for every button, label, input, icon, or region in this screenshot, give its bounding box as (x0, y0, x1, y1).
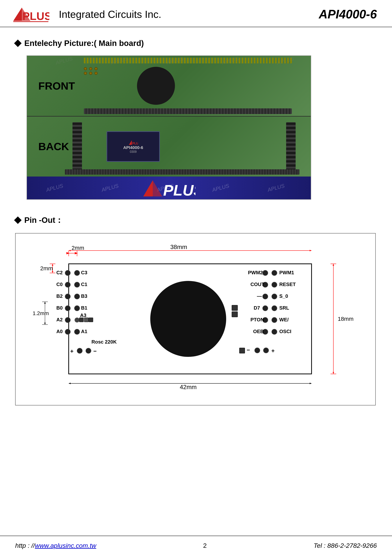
svg-text:C2: C2 (56, 270, 63, 275)
svg-point-92 (272, 317, 277, 323)
svg-text:B1: B1 (81, 305, 87, 311)
svg-text:C0: C0 (56, 281, 63, 287)
aplus-logo-svg: PLUS (11, 6, 49, 23)
svg-text:2mm: 2mm (72, 245, 84, 251)
svg-text:Rosc 220K: Rosc 220K (91, 339, 117, 345)
svg-text:1.2mm: 1.2mm (33, 310, 49, 316)
svg-text:OEB: OEB (253, 329, 264, 334)
svg-point-82 (272, 294, 277, 299)
svg-marker-0 (13, 7, 22, 21)
svg-text:2mm: 2mm (40, 265, 53, 271)
svg-point-88 (272, 306, 277, 311)
svg-point-49 (65, 294, 70, 299)
aplus-bottom-bar: APLUS APLUS APLUS APLUS APLUS APLUS PLUS (27, 176, 311, 199)
svg-text:42mm: 42mm (180, 384, 197, 390)
svg-text:RESET: RESET (279, 281, 296, 287)
footer-url: http : //www.aplusinc.com.tw (15, 542, 96, 549)
svg-point-81 (263, 294, 268, 299)
svg-marker-35 (333, 372, 334, 374)
svg-marker-17 (310, 250, 312, 251)
entelechy-title-text: Entelechy Picture:( Main board) (24, 39, 144, 48)
svg-point-57 (65, 317, 70, 323)
svg-text:D7: D7 (254, 305, 260, 311)
section-pinout: Pin -Out： 2mm (15, 215, 377, 405)
svg-marker-6 (143, 180, 153, 197)
svg-text:A3: A3 (80, 312, 86, 318)
svg-point-65 (74, 329, 80, 335)
svg-point-71 (86, 348, 91, 353)
svg-text:—: — (257, 293, 262, 299)
svg-marker-38 (69, 383, 71, 384)
svg-point-10 (150, 281, 226, 357)
svg-rect-86 (232, 312, 238, 317)
svg-point-101 (255, 348, 260, 353)
svg-text:−: − (247, 347, 250, 353)
svg-text:PLUS: PLUS (163, 182, 196, 197)
svg-point-78 (272, 282, 277, 287)
svg-point-53 (65, 306, 70, 311)
bottom-aplus-logo: PLUS (142, 178, 196, 197)
svg-marker-28 (44, 302, 46, 304)
svg-marker-16 (69, 250, 71, 251)
svg-point-64 (65, 329, 70, 335)
footer: http : //www.aplusinc.com.tw 2 Tel : 886… (0, 535, 392, 555)
svg-rect-99 (240, 348, 245, 353)
svg-text:PTON: PTON (250, 317, 264, 322)
bullet-diamond-2 (14, 216, 22, 224)
svg-text:B3: B3 (81, 293, 87, 299)
front-circle-component (137, 67, 175, 105)
svg-text:PWM1: PWM1 (279, 270, 294, 275)
svg-text:A1: A1 (81, 329, 87, 334)
svg-text:B0: B0 (56, 305, 63, 311)
svg-point-46 (74, 282, 80, 287)
product-name: API4000-6 (319, 7, 377, 21)
svg-text:PLUS: PLUS (132, 142, 138, 145)
svg-point-42 (74, 270, 80, 276)
svg-text:SRL: SRL (279, 305, 289, 311)
pinout-diagram-svg: 2mm 38mm 2mm 1.2mm (31, 245, 361, 393)
bullet-diamond (14, 39, 22, 47)
section-entelechy-title: Entelechy Picture:( Main board) (15, 39, 377, 48)
svg-point-102 (263, 348, 269, 353)
footer-url-link[interactable]: www.aplusinc.com.tw (35, 542, 96, 549)
svg-text:38mm: 38mm (170, 245, 187, 250)
svg-text:18mm: 18mm (338, 316, 354, 322)
header-left: PLUS Integrated Circuits Inc. (11, 6, 161, 23)
svg-text:B2: B2 (56, 293, 63, 299)
section-pinout-title: Pin -Out： (15, 215, 377, 226)
svg-marker-39 (310, 383, 312, 384)
connector-pins-bottom (84, 108, 292, 114)
svg-text:−: − (93, 348, 97, 354)
svg-point-74 (272, 270, 277, 276)
svg-text:COUT: COUT (250, 281, 264, 287)
svg-point-73 (263, 270, 268, 276)
pcb-back: BACK PLUS API4000-6 0309 (27, 117, 311, 177)
pcb-area: FRONT APLUS APLUS APLUS APLUS (27, 56, 311, 199)
svg-text:+: + (70, 348, 74, 354)
svg-rect-61 (89, 318, 93, 322)
svg-marker-34 (333, 264, 334, 266)
pinout-box: 2mm 38mm 2mm 1.2mm (15, 233, 376, 405)
footer-tel: Tel : 886-2-2782-9266 (314, 542, 377, 549)
svg-rect-85 (232, 305, 238, 311)
footer-page-number: 2 (203, 542, 207, 549)
svg-text:OSCI: OSCI (279, 329, 291, 334)
svg-marker-7 (153, 180, 162, 197)
svg-text:A2: A2 (56, 317, 63, 322)
pcb-image-container: FRONT APLUS APLUS APLUS APLUS (27, 55, 311, 200)
company-name: Integrated Circuits Inc. (59, 8, 161, 20)
svg-point-54 (74, 306, 80, 311)
svg-rect-59 (79, 318, 83, 322)
footer-url-text: http : //www.aplusinc.com.tw (15, 542, 96, 549)
svg-text:S_0: S_0 (279, 293, 288, 299)
svg-text:PLUS: PLUS (22, 10, 49, 22)
pinout-title-text: Pin -Out： (24, 215, 63, 226)
svg-point-45 (65, 282, 70, 287)
svg-text:WE/: WE/ (279, 317, 289, 322)
svg-rect-60 (84, 318, 88, 322)
front-label: FRONT (38, 80, 75, 92)
svg-point-70 (77, 348, 82, 353)
svg-marker-4 (129, 140, 132, 145)
svg-marker-29 (44, 323, 46, 325)
pcb-front: FRONT APLUS APLUS APLUS APLUS (27, 56, 311, 117)
